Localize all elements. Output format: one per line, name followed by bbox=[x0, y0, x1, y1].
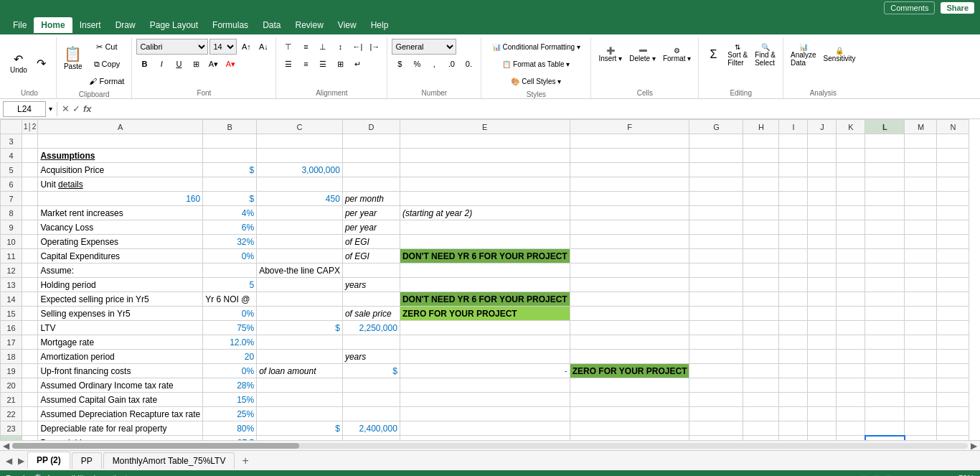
units-dollar[interactable]: $ bbox=[203, 192, 257, 206]
horizontal-scrollbar[interactable] bbox=[12, 443, 968, 449]
mortgage-label[interactable]: Mortgage rate bbox=[38, 335, 203, 350]
selling-price-label[interactable]: Expected selling price in Yr5 bbox=[38, 292, 203, 307]
tab-page-layout[interactable]: Page Layout bbox=[143, 17, 205, 33]
ltv-value[interactable]: 2,250,000 bbox=[342, 321, 400, 335]
col-header-b[interactable]: B bbox=[203, 120, 257, 134]
font-color-button[interactable]: A▾ bbox=[222, 56, 238, 72]
ord-tax-pct[interactable]: 28% bbox=[203, 378, 257, 393]
tab-file[interactable]: File bbox=[6, 17, 34, 33]
mkt-rent-pct[interactable]: 4% bbox=[203, 206, 257, 220]
col-header-row[interactable]: 1│2 bbox=[22, 120, 38, 134]
mkt-rent-label[interactable]: Market rent increases bbox=[38, 206, 203, 220]
depr-rate-label[interactable]: Depreciable rate for real property bbox=[38, 421, 203, 436]
text-direction-button[interactable]: ↕ bbox=[332, 39, 348, 55]
selling-note[interactable]: DON'T NEED YR 6 FOR YOUR PROJECT bbox=[400, 292, 570, 307]
sell-exp-pct[interactable]: 0% bbox=[203, 307, 257, 321]
paste-button[interactable]: 📋 Paste bbox=[61, 39, 85, 76]
bold-button[interactable]: B bbox=[136, 56, 152, 72]
amort-label[interactable]: Amortization period bbox=[38, 350, 203, 364]
depr-recap-label[interactable]: Assumed Depreciation Recapture tax rate bbox=[38, 407, 203, 421]
sheet-nav-prev[interactable]: ◀ bbox=[3, 456, 15, 466]
wrap-text-button[interactable]: ↵ bbox=[349, 56, 365, 72]
conditional-formatting-button[interactable]: 📊 Conditional Formatting ▾ bbox=[486, 39, 586, 55]
upfront-basis[interactable]: of loan amount bbox=[257, 364, 343, 378]
font-size-select[interactable]: 14 bbox=[209, 39, 237, 55]
assumptions-label[interactable]: Assumptions bbox=[38, 149, 203, 163]
cg-tax-label[interactable]: Assumed Capital Gain tax rate bbox=[38, 393, 203, 407]
upfront-dollar[interactable]: $ bbox=[342, 364, 400, 378]
tab-help[interactable]: Help bbox=[364, 17, 396, 33]
amort-unit[interactable]: years bbox=[342, 350, 400, 364]
selected-cell-l24[interactable] bbox=[865, 436, 905, 441]
holding-years[interactable]: 5 bbox=[203, 278, 257, 292]
col-header-j[interactable]: J bbox=[808, 120, 837, 134]
depr-recap-pct[interactable]: 25% bbox=[203, 407, 257, 421]
align-right-button[interactable]: ☰ bbox=[315, 56, 331, 72]
format-painter-button[interactable]: 🖌 Format bbox=[86, 73, 127, 89]
increase-font-button[interactable]: A↑ bbox=[238, 39, 254, 55]
col-header-g[interactable]: G bbox=[689, 120, 743, 134]
mkt-rent-period[interactable]: per year bbox=[342, 206, 400, 220]
tab-home[interactable]: Home bbox=[34, 17, 72, 33]
holding-unit[interactable]: years bbox=[342, 278, 400, 292]
tab-review[interactable]: Review bbox=[288, 17, 330, 33]
cell-reference[interactable] bbox=[3, 101, 46, 117]
opex-pct[interactable]: 32% bbox=[203, 235, 257, 249]
upfront-value[interactable]: - bbox=[400, 364, 570, 378]
dec-inc-button[interactable]: .0 bbox=[443, 56, 459, 72]
cut-button[interactable]: ✂ Cut bbox=[86, 39, 127, 55]
sheet-tab-pp2[interactable]: PP (2) bbox=[27, 452, 70, 470]
col-header-h[interactable]: H bbox=[743, 120, 779, 134]
capex-note[interactable]: DON'T NEED YR 6 FOR YOUR PROJECT bbox=[400, 249, 570, 263]
col-header-d[interactable]: D bbox=[342, 120, 400, 134]
units-rent[interactable]: 450 bbox=[257, 192, 343, 206]
above-line-capx[interactable]: Above-the line CAPX bbox=[257, 263, 343, 278]
indent-dec-button[interactable]: ←| bbox=[349, 39, 365, 55]
share-button[interactable]: Share bbox=[941, 2, 974, 14]
analyze-data-button[interactable]: 📊 AnalyzeData bbox=[788, 39, 819, 70]
depr-rate-pct[interactable]: 80% bbox=[203, 421, 257, 436]
align-center-btn[interactable]: ≡ bbox=[298, 56, 314, 72]
font-name-select[interactable]: Calibri bbox=[136, 39, 208, 55]
decrease-font-button[interactable]: A↓ bbox=[255, 39, 271, 55]
vacancy-pct[interactable]: 6% bbox=[203, 220, 257, 235]
merge-button[interactable]: ⊞ bbox=[332, 56, 348, 72]
col-header-e[interactable]: E bbox=[400, 120, 570, 134]
depr-rate-dollar[interactable]: $ bbox=[257, 421, 343, 436]
ltv-pct[interactable]: 75% bbox=[203, 321, 257, 335]
indent-inc-button[interactable]: |→ bbox=[367, 39, 382, 55]
dec-dec-button[interactable]: 0. bbox=[461, 56, 476, 72]
border-button[interactable]: ⊞ bbox=[188, 56, 204, 72]
scroll-right-btn[interactable]: ▶ bbox=[971, 441, 977, 451]
redo-button[interactable]: ↷ bbox=[32, 47, 52, 79]
fill-color-button[interactable]: A▾ bbox=[205, 56, 221, 72]
insert-function-icon[interactable]: fx bbox=[83, 103, 92, 114]
col-header-l[interactable]: L bbox=[865, 120, 905, 134]
assume-label[interactable]: Assume: bbox=[38, 263, 203, 278]
dollar-button[interactable]: $ bbox=[392, 56, 407, 72]
mortgage-pct[interactable]: 12.0% bbox=[203, 335, 257, 350]
mkt-rent-note[interactable]: (starting at year 2) bbox=[400, 206, 570, 220]
col-header-m[interactable]: M bbox=[905, 120, 937, 134]
sheet-tab-monthlyamort[interactable]: MonthlyAmort Table_75%LTV bbox=[103, 452, 235, 469]
col-header-f[interactable]: F bbox=[570, 120, 689, 134]
cell-styles-button[interactable]: 🎨 Cell Styles ▾ bbox=[486, 73, 586, 89]
sheet-tab-pp[interactable]: PP bbox=[72, 452, 102, 469]
confirm-formula-icon[interactable]: ✓ bbox=[72, 103, 80, 114]
comma-button[interactable]: , bbox=[426, 56, 442, 72]
format-as-table-button[interactable]: 📋 Format as Table ▾ bbox=[486, 56, 586, 72]
holding-label[interactable]: Holding period bbox=[38, 278, 203, 292]
scrollbar-thumb[interactable] bbox=[12, 443, 299, 449]
align-left-button[interactable]: ☰ bbox=[281, 56, 296, 72]
unit-details-label[interactable]: Unit details bbox=[38, 177, 203, 192]
view-page-break-icon[interactable]: ⊡ bbox=[885, 474, 892, 477]
align-bottom-button[interactable]: ⊥ bbox=[315, 39, 331, 55]
upfront-pct[interactable]: 0% bbox=[203, 364, 257, 378]
insert-cell-button[interactable]: ➕ Insert ▾ bbox=[595, 39, 625, 70]
sheet-nav-next[interactable]: ▶ bbox=[15, 456, 27, 466]
depr-years-value[interactable]: 27.5 bbox=[203, 436, 257, 441]
sell-exp-label[interactable]: Selling expenses in Yr5 bbox=[38, 307, 203, 321]
opex-basis[interactable]: of EGI bbox=[342, 235, 400, 249]
formula-input[interactable] bbox=[95, 103, 977, 116]
acq-price-dollar[interactable]: $ bbox=[203, 163, 257, 177]
